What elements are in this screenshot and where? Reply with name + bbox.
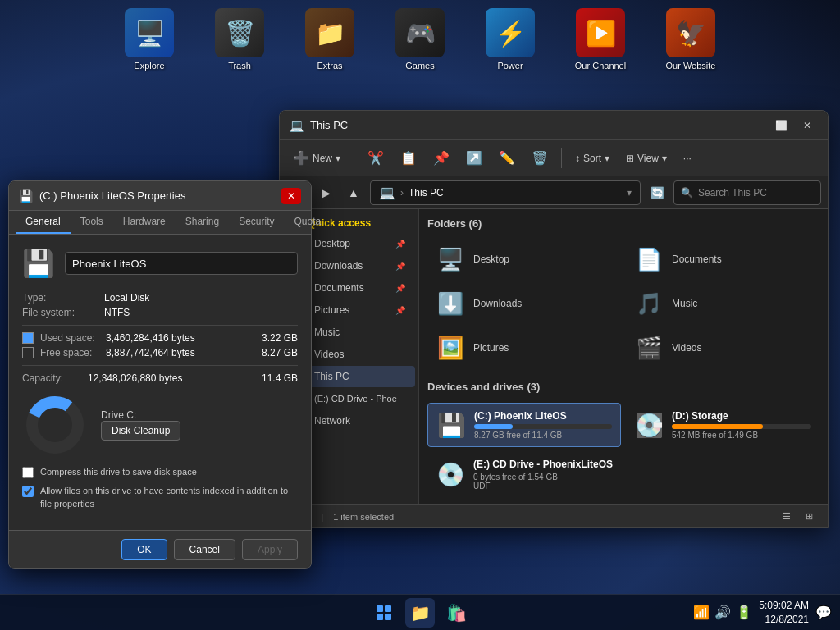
address-path: This PC — [409, 187, 444, 199]
cut-button[interactable]: ✂️ — [361, 147, 390, 169]
refresh-button[interactable]: 🔄 — [646, 181, 669, 204]
view-label: View — [637, 153, 659, 164]
copy-icon: 📋 — [400, 150, 417, 166]
taskbar-date-display: 12/8/2021 — [759, 613, 809, 627]
dialog-drive-icon: 💾 — [19, 189, 33, 203]
desktop-icon-channel[interactable]: ▶️ Our Channel — [568, 8, 633, 71]
new-button[interactable]: ➕ New ▾ — [286, 147, 347, 169]
dialog-content: 💾 Type: Local Disk File system: NTFS Use… — [9, 235, 311, 530]
desktop-icon-games[interactable]: 🎮 Games — [387, 8, 453, 71]
copy-button[interactable]: 📋 — [394, 147, 423, 169]
sidebar-music-label: Music — [314, 326, 340, 338]
d-drive-info: (D:) Storage 542 MB free of 1.49 GB — [672, 410, 811, 440]
folder-item-documents[interactable]: 📄 Documents — [626, 240, 819, 279]
desktop-icon-trash[interactable]: 🗑️ Trash — [207, 8, 272, 71]
e-drive-space: 0 bytes free of 1.54 GB — [473, 472, 811, 482]
compress-checkbox[interactable] — [22, 467, 34, 478]
games-icon: 🎮 — [395, 8, 445, 57]
list-view-button[interactable]: ☰ — [778, 509, 796, 523]
devices-grid: 💾 (C:) Phoenix LiteOS 8.27 GB free of 11… — [427, 403, 819, 497]
drive-name-input[interactable] — [65, 252, 298, 275]
explorer-toolbar: ➕ New ▾ ✂️ 📋 📌 ↗️ ✏️ 🗑️ — [280, 140, 828, 176]
start-button[interactable] — [369, 598, 399, 628]
tab-tools[interactable]: Tools — [71, 211, 113, 234]
c-drive-bar-fill — [474, 424, 513, 429]
forward-button[interactable]: ▶ — [314, 181, 337, 204]
search-bar[interactable]: 🔍 Search This PC — [673, 180, 821, 205]
ok-button[interactable]: OK — [121, 539, 167, 560]
notification-icon[interactable]: 💬 — [815, 605, 832, 620]
folders-grid: 🖥️ Desktop 📄 Documents ⬇️ Downloads 🎵 Mu… — [427, 240, 819, 368]
cancel-button[interactable]: Cancel — [174, 539, 235, 560]
share-button[interactable]: ↗️ — [459, 147, 489, 169]
desktop-icon-website[interactable]: 🦅 Our Website — [658, 8, 724, 71]
device-c-drive[interactable]: 💾 (C:) Phoenix LiteOS 8.27 GB free of 11… — [427, 403, 621, 447]
folder-item-pictures[interactable]: 🖼️ Pictures — [427, 328, 621, 368]
view-icon: ⊞ — [626, 153, 634, 164]
address-dropdown-icon[interactable]: ▾ — [627, 187, 632, 199]
file-explorer-taskbar-button[interactable]: 📁 — [405, 598, 435, 628]
type-value: Local Disk — [104, 292, 149, 304]
device-e-drive[interactable]: 💿 (E:) CD Drive - PhoenixLiteOS 0 bytes … — [427, 452, 819, 497]
compress-label: Compress this drive to save disk space — [40, 466, 197, 478]
grid-view-button[interactable]: ⊞ — [801, 509, 818, 523]
donut-chart — [22, 392, 88, 458]
tab-security[interactable]: Security — [229, 211, 284, 234]
desktop-icon-power[interactable]: ⚡ Power — [477, 8, 543, 71]
minimize-button[interactable]: — — [744, 117, 765, 134]
svg-rect-5 — [385, 614, 391, 620]
folder-item-music[interactable]: 🎵 Music — [626, 284, 819, 323]
tab-hardware[interactable]: Hardware — [113, 211, 176, 234]
c-drive-icon: 💾 — [436, 412, 466, 439]
e-drive-name: (E:) CD Drive - PhoenixLiteOS — [473, 459, 811, 470]
channel-icon: ▶️ — [576, 8, 625, 57]
divider-1 — [22, 325, 298, 326]
tab-quota[interactable]: Quota — [284, 211, 331, 234]
delete-button[interactable]: 🗑️ — [525, 147, 555, 169]
folder-documents-icon: 📄 — [634, 244, 664, 274]
dialog-buttons: OK Cancel Apply — [9, 530, 311, 568]
desktop-icon-extras[interactable]: 📁 Extras — [297, 8, 363, 71]
folder-item-videos[interactable]: 🎬 Videos — [626, 328, 819, 368]
paste-button[interactable]: 📌 — [427, 147, 456, 169]
maximize-button[interactable]: ⬜ — [770, 117, 792, 134]
store-taskbar-button[interactable]: 🛍️ — [441, 598, 471, 628]
status-selected: 1 item selected — [333, 512, 394, 522]
folder-pictures-icon: 🖼️ — [436, 333, 465, 363]
explorer-window: 💻 This PC — ⬜ ✕ ➕ New ▾ ✂️ 📋 📌 — [279, 110, 829, 528]
website-label: Our Website — [666, 61, 716, 71]
c-drive-space: 8.27 GB free of 11.4 GB — [474, 431, 612, 440]
d-drive-space: 542 MB free of 1.49 GB — [672, 431, 811, 440]
close-button[interactable]: ✕ — [797, 117, 818, 134]
rename-button[interactable]: ✏️ — [492, 147, 522, 169]
up-button[interactable]: ▲ — [342, 181, 365, 204]
properties-dialog: 💾 (C:) Phoenix LiteOS Properties ✕ Gener… — [8, 180, 312, 569]
d-drive-name: (D:) Storage — [672, 410, 811, 422]
index-checkbox[interactable] — [22, 486, 34, 497]
more-button[interactable]: ··· — [677, 149, 698, 167]
new-icon: ➕ — [293, 150, 309, 166]
drive-header: 💾 — [22, 248, 298, 279]
view-button[interactable]: ⊞ View ▾ — [619, 149, 673, 167]
extras-icon: 📁 — [305, 8, 354, 57]
sidebar-downloads-label: Downloads — [314, 260, 363, 272]
sort-icon: ↕️ — [575, 153, 580, 164]
c-drive-name: (C:) Phoenix LiteOS — [474, 410, 612, 422]
folder-item-downloads[interactable]: ⬇️ Downloads — [427, 284, 621, 323]
disk-cleanup-button[interactable]: Disk Cleanup — [101, 421, 180, 441]
devices-header: Devices and drives (3) — [427, 381, 819, 396]
capacity-label: Capacity: — [22, 372, 88, 384]
folder-item-desktop[interactable]: 🖥️ Desktop — [427, 240, 621, 279]
address-bar[interactable]: 💻 › This PC ▾ — [370, 180, 641, 205]
dialog-close-button[interactable]: ✕ — [281, 188, 301, 204]
sort-button[interactable]: ↕️ Sort ▾ — [568, 149, 616, 167]
power-icon: ⚡ — [486, 8, 535, 57]
folder-downloads-name: Downloads — [473, 298, 522, 309]
apply-button[interactable]: Apply — [242, 539, 298, 560]
folder-documents-name: Documents — [672, 253, 722, 265]
tab-general[interactable]: General — [16, 211, 71, 234]
device-d-drive[interactable]: 💽 (D:) Storage 542 MB free of 1.49 GB — [626, 403, 819, 447]
tab-sharing[interactable]: Sharing — [176, 211, 229, 234]
dialog-title: (C:) Phoenix LiteOS Properties — [39, 189, 281, 202]
desktop-icon-explore[interactable]: 🖥️ Explore — [116, 8, 182, 71]
